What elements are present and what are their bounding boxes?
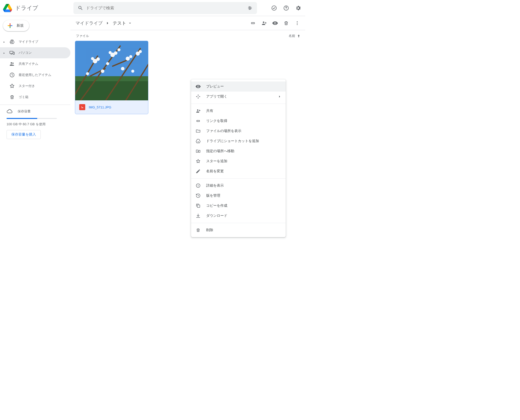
sidebar-item-label: 共有アイテム xyxy=(19,62,38,66)
svg-point-37 xyxy=(198,185,198,185)
storage-heading[interactable]: 保存容量 xyxy=(7,108,66,114)
pencil-icon xyxy=(195,168,201,174)
copy-icon xyxy=(195,203,201,209)
ctx-divider xyxy=(191,223,286,223)
svg-point-24 xyxy=(126,57,130,61)
svg-point-28 xyxy=(101,69,104,73)
sidebar-item-shared[interactable]: 共有アイテム xyxy=(0,58,70,69)
ctx-item-versions[interactable]: 版を管理 xyxy=(191,191,286,201)
breadcrumb-current[interactable]: テスト xyxy=(112,19,133,27)
search-input[interactable] xyxy=(85,6,245,11)
ctx-item-move[interactable]: 指定の場所へ移動 xyxy=(191,146,286,156)
move-to-icon xyxy=(195,148,201,154)
trash-icon xyxy=(9,94,15,100)
ctx-item-copy[interactable]: コピーを作成 xyxy=(191,201,286,211)
svg-point-33 xyxy=(106,62,109,65)
svg-point-29 xyxy=(121,67,124,70)
delete-button[interactable] xyxy=(281,18,291,28)
sort-button[interactable]: 名前 xyxy=(289,34,301,38)
chevron-down-icon xyxy=(128,21,132,25)
svg-point-32 xyxy=(117,48,120,51)
sidebar-item-label: マイドライブ xyxy=(19,39,38,44)
ctx-item-add-shortcut[interactable]: ドライブにショートカットを追加 xyxy=(191,136,286,146)
path-actions xyxy=(248,18,302,28)
header-actions xyxy=(269,3,303,13)
section-label: ファイル xyxy=(76,34,89,38)
more-actions-button[interactable] xyxy=(292,18,302,28)
svg-point-27 xyxy=(139,50,142,53)
sidebar-item-label: 最近使用したアイテム xyxy=(19,73,51,77)
share-button[interactable] xyxy=(259,18,269,28)
breadcrumb-root[interactable]: マイドライブ xyxy=(75,19,103,27)
context-menu: プレビュー アプリで開く 共有 xyxy=(191,79,286,237)
ctx-item-details[interactable]: 詳細を表示 xyxy=(191,181,286,191)
svg-point-31 xyxy=(131,70,134,73)
caret-right-icon: ▸ xyxy=(3,52,6,54)
sidebar-item-label: スター付き xyxy=(19,84,35,88)
settings-gear-icon[interactable] xyxy=(293,3,303,13)
ctx-item-open-with[interactable]: アプリで開く xyxy=(191,92,286,102)
sidebar-item-computers[interactable]: ▸ パソコン xyxy=(0,47,70,58)
ctx-label: 名前を変更 xyxy=(206,169,224,174)
buy-storage-button[interactable]: 保存容量を購入 xyxy=(7,130,41,139)
file-card[interactable]: IMG_5711.JPG xyxy=(75,41,148,114)
svg-point-30 xyxy=(86,72,89,75)
search-icon[interactable] xyxy=(75,3,85,13)
ctx-item-delete[interactable]: 削除 xyxy=(191,225,286,235)
plus-icon xyxy=(7,22,14,29)
storage-label-text: 保存容量 xyxy=(18,109,31,114)
header: ドライブ xyxy=(0,0,305,16)
svg-point-14 xyxy=(297,24,297,25)
ctx-label: 指定の場所へ移動 xyxy=(206,149,234,153)
sidebar-item-starred[interactable]: スター付き xyxy=(0,80,70,92)
info-icon xyxy=(195,183,201,189)
history-icon xyxy=(195,193,201,199)
search-options-icon[interactable] xyxy=(245,3,255,13)
get-link-button[interactable] xyxy=(248,18,258,28)
svg-point-3 xyxy=(272,6,276,10)
ctx-item-preview[interactable]: プレビュー xyxy=(191,81,286,92)
sidebar: 新規 ▸ マイドライブ ▸ パソコン xyxy=(0,16,70,246)
shortcut-icon xyxy=(195,138,201,144)
ctx-item-get-link[interactable]: リンクを取得 xyxy=(191,116,286,126)
arrow-up-icon xyxy=(297,34,301,38)
ctx-item-add-star[interactable]: スターを追加 xyxy=(191,156,286,166)
ctx-item-rename[interactable]: 名前を変更 xyxy=(191,166,286,176)
svg-rect-6 xyxy=(10,51,13,54)
svg-point-23 xyxy=(109,51,112,54)
ctx-item-show-location[interactable]: ファイルの場所を表示 xyxy=(191,126,286,136)
ctx-label: ドライブにショートカットを追加 xyxy=(206,139,259,143)
preview-button[interactable] xyxy=(270,18,280,28)
ctx-label: 削除 xyxy=(206,228,213,232)
ctx-label: 詳細を表示 xyxy=(206,183,224,188)
storage-section: 保存容量 100 GB 中 60.7 GB を使用 保存容量を購入 xyxy=(0,107,70,139)
ctx-item-download[interactable]: ダウンロード xyxy=(191,211,286,221)
offline-ready-icon[interactable] xyxy=(269,3,279,13)
image-file-icon xyxy=(79,104,85,110)
sidebar-item-trash[interactable]: ゴミ箱 xyxy=(0,92,70,103)
chevron-right-icon xyxy=(105,21,110,26)
ctx-item-share[interactable]: 共有 xyxy=(191,106,286,116)
star-icon xyxy=(195,158,201,164)
sidebar-item-label: ゴミ箱 xyxy=(19,95,28,99)
sidebar-item-recent[interactable]: 最近使用したアイテム xyxy=(0,69,70,80)
help-icon[interactable] xyxy=(281,3,291,13)
ctx-label: コピーを作成 xyxy=(206,203,227,208)
search-bar-wrap xyxy=(73,2,263,14)
sidebar-item-my-drive[interactable]: ▸ マイドライブ xyxy=(0,36,70,47)
ctx-label: 版を管理 xyxy=(206,193,220,198)
storage-bar xyxy=(7,118,57,119)
ctx-label: ダウンロード xyxy=(206,214,227,218)
files-section-header: ファイル 名前 xyxy=(70,30,305,41)
caret-right-icon: ▸ xyxy=(3,40,6,43)
download-icon xyxy=(195,213,201,219)
svg-rect-7 xyxy=(13,52,14,54)
ctx-label: 共有 xyxy=(206,109,213,113)
storage-used-text: 100 GB 中 60.7 GB を使用 xyxy=(7,122,66,127)
sort-label: 名前 xyxy=(289,34,295,38)
new-button[interactable]: 新規 xyxy=(3,20,29,31)
ctx-label: リンクを取得 xyxy=(206,119,227,123)
search-bar[interactable] xyxy=(73,2,257,14)
brand[interactable]: ドライブ xyxy=(3,4,73,13)
new-button-label: 新規 xyxy=(17,23,24,28)
